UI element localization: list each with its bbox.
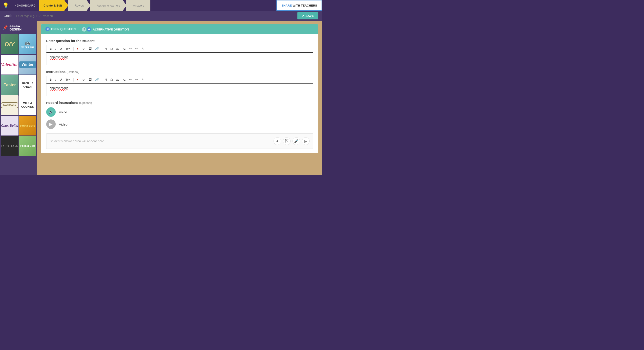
toolbar-text-type[interactable]: Tt ▼ [64,47,71,51]
toolbar-undo[interactable]: ↩ [128,47,132,51]
sidebar-title: 📌 SELECT DESIGN [0,21,37,34]
toolbar-redo[interactable]: ↪ [134,47,139,51]
toolbar-color[interactable]: ● [76,47,79,51]
record-section-label: Record instructions (Optional) - [46,101,313,105]
design-winter[interactable]: Winter [19,55,36,75]
instr-toolbar-color[interactable]: ● [76,77,79,82]
instructions-section-label: Instructions (Optional) [46,70,313,74]
instr-toolbar-italic[interactable]: I [54,77,57,82]
instr-toolbar-link[interactable]: 🔗 [94,77,100,82]
instr-toolbar-paragraph[interactable]: ¶ [104,77,108,82]
design-peekaboo[interactable]: Peek a Boo [19,136,36,156]
instructions-editor[interactable]: B I U Tt ▼ ● ☺ 🖼 🔗 ¶ Ω x2 x2 [46,76,313,96]
design-diy[interactable]: DIY [1,34,18,54]
with-teachers-label: WITH TEACHERS [293,4,317,7]
question-body: Enter question for the student B I U Tt … [41,34,318,153]
toolbar-link[interactable]: 🔗 [94,47,100,51]
instr-toolbar-image[interactable]: 🖼 [88,77,92,82]
instr-toolbar-undo[interactable]: ↩ [128,77,132,82]
voice-label: Voice [59,110,67,114]
toolbar-image[interactable]: 🖼 [88,47,92,51]
answer-icons: A 🖼 🎤 ▶ [274,137,310,145]
instr-toolbar-superscript[interactable]: x2 [122,77,126,82]
design-backtoschool[interactable]: Back To School [19,75,36,95]
design-milkcookies[interactable]: MILK & COOKIES [19,95,36,115]
design-easter[interactable]: Easter [1,75,18,95]
instructions-toolbar: B I U Tt ▼ ● ☺ 🖼 🔗 ¶ Ω x2 x2 [46,76,313,84]
content-area: ⊕ OPEN QUESTION ? ⊕ ALTERNATIVE QUESTION… [37,21,322,175]
dashboard-link[interactable]: ‹ DASHBOARD [12,0,39,11]
design-grid: DIY 🚌 WIZER.ME Valentine Winter Easter B… [0,34,37,157]
record-options: 🔊 Voice ▶ Video [46,107,313,129]
toolbar-italic[interactable]: I [54,47,57,51]
answer-image-icon[interactable]: 🖼 [283,137,291,145]
toolbar-subscript[interactable]: x2 [116,47,120,51]
alt-question-icon: ? [82,27,86,32]
open-question-icon: ⊕ [45,27,50,31]
alt-question-icon2: ⊕ [87,27,91,32]
toolbar-emoji[interactable]: ☺ [81,47,86,51]
design-polkadots[interactable]: Polka dots [19,116,36,135]
answer-area: Student's answer area will appear here A… [46,133,313,149]
instr-toolbar-subscript[interactable]: x2 [116,77,120,82]
instr-toolbar-erase[interactable]: ✎ [140,77,145,82]
instr-toolbar-sep-1 [73,78,74,82]
tab-open-question[interactable]: ⊕ OPEN QUESTION [44,24,76,34]
toolbar-superscript[interactable]: x2 [122,47,126,51]
design-wizer[interactable]: 🚌 WIZER.ME [19,34,36,54]
record-section: Record instructions (Optional) - 🔊 Voice… [46,101,313,129]
question-editor[interactable]: B I U Tt ▼ ● ☺ 🖼 🔗 ¶ Ω x2 x2 [46,45,313,65]
toolbar-underline[interactable]: U [59,47,63,51]
answer-text-icon[interactable]: A [274,137,281,145]
grade-bar: Grade ✔ SAVE [0,11,322,21]
tags-input[interactable] [16,14,294,18]
instr-toolbar-underline[interactable]: U [59,77,63,82]
toolbar-separator-1 [73,47,74,51]
instr-toolbar-text-type[interactable]: Tt ▼ [64,77,71,82]
voice-option[interactable]: 🔊 Voice [46,107,313,117]
design-valentine[interactable]: Valentine [1,55,18,75]
nav-steps: Create & Edit Review Assign to learners … [39,0,276,11]
question-tabs: ⊕ OPEN QUESTION ? ⊕ ALTERNATIVE QUESTION [41,24,318,34]
question-toolbar: B I U Tt ▼ ● ☺ 🖼 🔗 ¶ Ω x2 x2 [46,45,313,53]
share-label: SHARE [282,4,292,7]
answer-video-icon[interactable]: ▶ [302,137,310,145]
toolbar-bold[interactable]: B [49,47,52,51]
instructions-text-content[interactable]: appinventory [46,84,313,96]
design-notebook[interactable]: NoteBook [1,95,18,115]
instr-toolbar-emoji[interactable]: ☺ [81,77,86,82]
instr-toolbar-redo[interactable]: ↪ [134,77,139,82]
grade-label: Grade [4,14,12,18]
design-icon: 📌 [3,25,8,30]
step-answers[interactable]: Answers [126,0,151,11]
sidebar: 📌 SELECT DESIGN DIY 🚌 WIZER.ME Valentine… [0,21,37,175]
main-layout: 📌 SELECT DESIGN DIY 🚌 WIZER.ME Valentine… [0,21,322,175]
answer-placeholder: Student's answer area will appear here [50,139,274,143]
video-icon: ▶ [46,119,56,129]
toolbar-separator-2 [102,47,102,51]
step-create[interactable]: Create & Edit [39,0,68,11]
voice-icon: 🔊 [46,107,56,117]
step-assign[interactable]: Assign to learners [90,0,127,11]
instr-toolbar-bold[interactable]: B [49,77,52,82]
instr-toolbar-sep-2 [102,78,102,82]
step-review[interactable]: Review [68,0,91,11]
question-card: ⊕ OPEN QUESTION ? ⊕ ALTERNATIVE QUESTION… [41,24,318,153]
top-navigation: 💡 ‹ DASHBOARD Create & Edit Review Assig… [0,0,322,11]
video-label: Video [59,122,68,126]
video-option[interactable]: ▶ Video [46,119,313,129]
question-section-label: Enter question for the student [46,39,313,43]
toolbar-erase[interactable]: ✎ [140,47,145,51]
answer-mic-icon[interactable]: 🎤 [292,137,300,145]
tab-alternative-question[interactable]: ? ⊕ ALTERNATIVE QUESTION [81,24,130,34]
design-ciaobella[interactable]: Ciao, Bella! [1,116,18,135]
instr-toolbar-omega[interactable]: Ω [110,77,114,82]
save-button[interactable]: ✔ SAVE [298,12,318,20]
share-with-teachers-button[interactable]: SHARE WITH TEACHERS [276,0,322,11]
toolbar-paragraph[interactable]: ¶ [104,47,108,51]
dashboard-label: ‹ DASHBOARD [15,4,36,7]
app-logo: 💡 [0,0,12,11]
design-fairytale[interactable]: FAIRY TALE [1,136,18,156]
toolbar-omega[interactable]: Ω [110,47,114,51]
question-text-content[interactable]: appinventory [46,53,313,65]
